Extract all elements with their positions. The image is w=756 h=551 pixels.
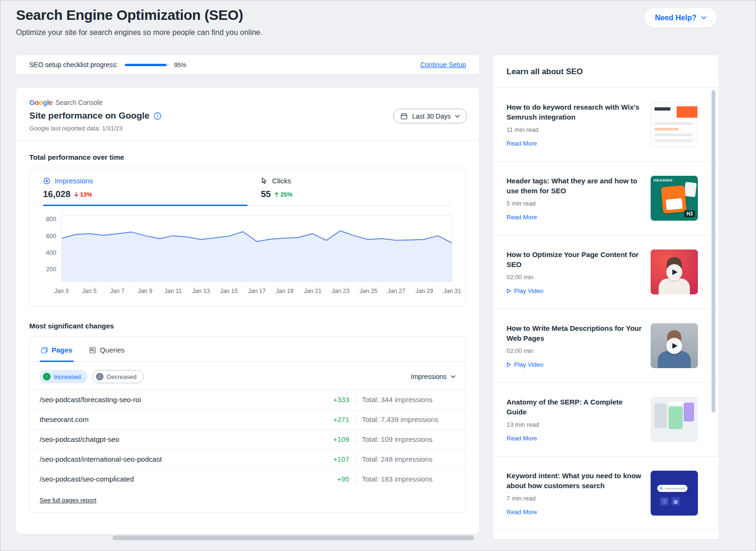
play-button-overlay-icon	[666, 264, 682, 280]
thumbnail-art	[684, 403, 694, 422]
article-thumbnail[interactable]	[651, 397, 698, 442]
chip-increased-label: Increased	[54, 373, 81, 380]
continue-setup-link[interactable]: Continue Setup	[420, 61, 466, 69]
article-thumbnail[interactable]	[651, 102, 698, 147]
x-tick-label: Jan 3	[54, 288, 69, 294]
date-range-button[interactable]: Last 30 Days	[393, 109, 467, 123]
row-delta: +271	[325, 415, 349, 423]
filters-row: ↑ Increased ↓ Decreased Impressions	[30, 362, 465, 389]
divider	[16, 140, 479, 141]
filter-chip-increased[interactable]: ↑ Increased	[40, 370, 87, 383]
row-delta: +95	[325, 475, 349, 483]
x-tick-label: Jan 25	[360, 288, 378, 294]
impressions-chart-svg	[62, 216, 452, 281]
row-total: Total: 183 impressions	[355, 475, 455, 483]
list-item: How to do keyword research with Wix's Se…	[493, 88, 719, 162]
increase-circle-icon: ↑	[43, 373, 51, 380]
article-title: Header tags: What they are and how to us…	[507, 176, 642, 196]
filter-chip-decreased[interactable]: ↓ Decreased	[92, 370, 144, 383]
article-meta: 5 min read	[507, 200, 642, 207]
tab-queries[interactable]: Queries	[88, 337, 126, 362]
read-more-link[interactable]: Read More	[507, 140, 642, 147]
row-page-path: /seo-podcast/forecasting-seo-roi	[40, 396, 141, 404]
google-logo: Google	[29, 98, 52, 106]
thumbnail-art	[654, 404, 667, 428]
performance-chart: 800600400200 Jan 3Jan 5Jan 7Jan 9Jan 11J…	[30, 206, 465, 306]
impressions-icon	[43, 177, 51, 185]
x-tick-label: Jan 29	[415, 288, 433, 294]
page-header: Search Engine Optimization (SEO) Optimiz…	[16, 7, 262, 37]
thumbnail-art: ⓘ	[660, 497, 669, 506]
tab-pages[interactable]: Pages	[40, 337, 74, 362]
table-row: /seo-podcast/seo-complicated +95Total: 1…	[30, 469, 465, 489]
read-more-link[interactable]: Read More	[507, 435, 642, 442]
video-thumbnail[interactable]	[651, 250, 698, 294]
impressions-value: 16,028	[43, 189, 70, 199]
vertical-scrollbar[interactable]	[712, 90, 715, 413]
x-tick-label: Jan 21	[304, 288, 322, 294]
read-more-link[interactable]: Read More	[507, 214, 642, 221]
tab-queries-label: Queries	[100, 346, 125, 354]
y-tick-label: 800	[46, 215, 56, 223]
thumbnail-h3-badge: H3	[684, 210, 695, 217]
console-header: Google Search Console Site performance o…	[16, 88, 479, 140]
active-tab-underline	[43, 205, 248, 206]
list-item: How to Write Meta Descriptions for Your …	[493, 309, 719, 383]
info-icon[interactable]	[154, 112, 162, 120]
list-item: How to Optimize Your Page Content for SE…	[493, 235, 719, 309]
x-tick-label: Jan 27	[387, 288, 405, 294]
row-delta: +333	[325, 396, 349, 404]
row-total: Total: 109 impressions	[355, 435, 455, 443]
horizontal-scrollbar[interactable]	[112, 535, 474, 540]
row-page-path: /seo-podcast/seo-complicated	[40, 475, 134, 483]
thumbnail-art: G	[657, 485, 687, 492]
chip-decreased-label: Decreased	[107, 373, 137, 380]
thumbnail-heading-label: HEADING	[653, 178, 672, 182]
article-title: Anatomy of the SERP: A Complete Guide	[507, 397, 642, 417]
metric-tabs: Impressions 16,028 13%	[30, 168, 465, 206]
row-delta: +107	[325, 455, 349, 463]
sort-by-impressions-dropdown[interactable]: Impressions	[411, 373, 455, 380]
section-title-performance: Total performance over time	[29, 153, 466, 161]
progress-percent: 95%	[174, 61, 187, 69]
arrow-down-icon	[74, 192, 78, 197]
progress-label: SEO setup checklist progress:	[29, 61, 118, 69]
see-full-pages-report-link[interactable]: See full pages report	[40, 497, 96, 504]
x-tick-label: Jan 5	[82, 288, 97, 294]
article-thumbnail[interactable]: HEADING H3	[651, 176, 698, 221]
play-video-link[interactable]: Play Video	[507, 287, 642, 294]
article-meta: 11 min read	[507, 126, 642, 133]
cursor-click-icon	[261, 177, 268, 185]
thumbnail-art	[677, 106, 697, 118]
clicks-metric-tab[interactable]: Clicks 55 25%	[248, 168, 465, 206]
page-subtitle: Optimize your site for search engines so…	[16, 28, 262, 37]
seo-dashboard-page: Search Engine Optimization (SEO) Optimiz…	[0, 0, 756, 551]
x-tick-label: Jan 17	[248, 288, 266, 294]
impressions-metric-tab[interactable]: Impressions 16,028 13%	[30, 168, 248, 206]
x-tick-label: Jan 13	[192, 288, 210, 294]
play-video-link[interactable]: Play Video	[507, 361, 642, 368]
need-help-label: Need Help?	[655, 14, 696, 22]
progress-bar	[125, 64, 169, 66]
article-thumbnail[interactable]: G ⓘ ▦	[651, 471, 698, 516]
y-axis-labels: 800600400200	[30, 215, 61, 282]
x-tick-label: Jan 11	[164, 288, 182, 294]
clicks-label: Clicks	[272, 177, 291, 185]
read-more-link[interactable]: Read More	[507, 508, 642, 516]
console-title: Site performance on Google	[29, 111, 149, 121]
play-icon	[507, 362, 511, 367]
row-page-path: /seo-podcast/chatgpt-seo	[40, 435, 119, 443]
need-help-button[interactable]: Need Help?	[644, 8, 717, 27]
article-title: Keyword intent: What you need to know ab…	[507, 471, 642, 491]
article-meta: 02:00 min	[507, 347, 642, 354]
google-search-console-logo: Google Search Console	[29, 98, 466, 106]
thumbnail-art	[654, 122, 693, 125]
thumbnail-art	[654, 107, 670, 111]
section-title-changes: Most significant changes	[29, 322, 466, 330]
impressions-label: Impressions	[55, 177, 93, 185]
significant-changes-panel: Pages Queries ↑ Increased ↓ Decreased	[29, 336, 466, 513]
video-thumbnail[interactable]	[651, 323, 698, 368]
play-icon	[507, 288, 511, 293]
sort-label: Impressions	[411, 373, 447, 380]
chart-plot-area	[61, 215, 452, 282]
